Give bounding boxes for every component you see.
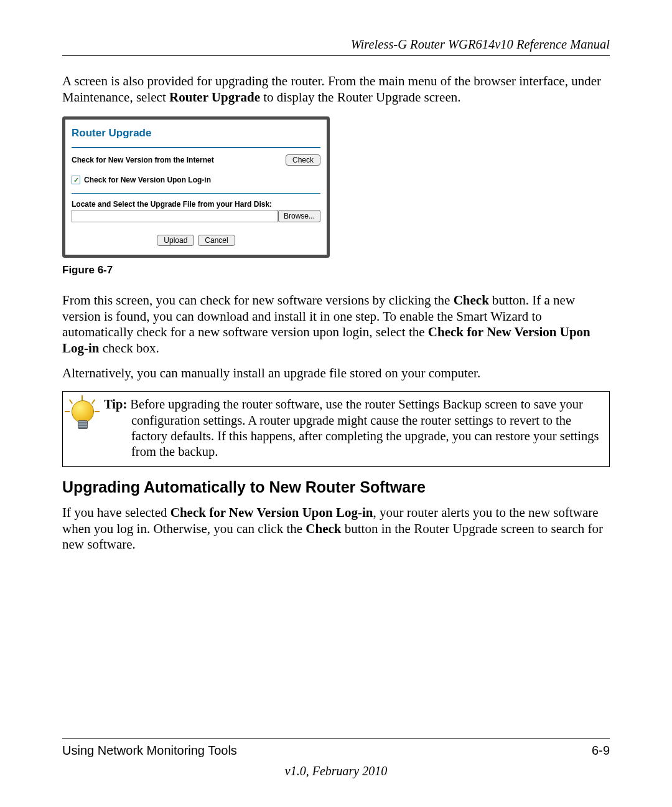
running-header: Wireless-G Router WGR614v10 Reference Ma… [62,37,610,56]
auto-check-label: Check for New Version Upon Log-in [84,176,211,184]
text: From this screen, you can check for new … [62,293,454,308]
body-paragraph: If you have selected Check for New Versi… [62,505,610,553]
router-upgrade-screenshot: Router Upgrade Check for New Version fro… [62,116,330,258]
cancel-button[interactable]: Cancel [198,235,235,246]
tip-callout: Tip: Before upgrading the router softwar… [62,391,610,467]
footer-left: Using Network Monitoring Tools [62,743,237,758]
section-heading: Upgrading Automatically to New Router So… [62,478,610,496]
text: to display the Router Upgrade screen. [260,90,461,105]
browse-button[interactable]: Browse... [278,210,320,222]
footer-version: v1.0, February 2010 [62,764,610,778]
locate-file-label: Locate and Select the Upgrade File from … [72,200,320,209]
bold-text: Check for New Version Upon Log-in [170,505,373,520]
tip-label: Tip: [104,397,127,411]
upload-button[interactable]: Upload [157,235,194,246]
tip-text: Tip: Before upgrading the router softwar… [101,392,609,466]
page-footer: Using Network Monitoring Tools 6-9 v1.0,… [62,738,610,778]
bold-text: Check [306,521,341,536]
tip-body: Before upgrading the router software, us… [127,397,599,458]
page-number: 6-9 [592,743,610,758]
bold-text: Router Upgrade [169,90,260,105]
text: If you have selected [62,505,170,520]
panel-title: Router Upgrade [72,125,320,143]
check-button[interactable]: Check [286,154,320,166]
auto-check-checkbox[interactable]: ✓ [72,176,80,184]
lightbulb-icon [68,398,96,433]
check-version-label: Check for New Version from the Internet [72,156,286,164]
divider [62,738,610,739]
divider [72,193,320,194]
file-path-input[interactable] [72,210,278,222]
body-paragraph: From this screen, you can check for new … [62,293,610,356]
body-paragraph: Alternatively, you can manually install … [62,366,610,382]
bold-text: Check [454,293,489,308]
text: check box. [100,341,159,356]
intro-paragraph: A screen is also provided for upgrading … [62,73,610,105]
tip-icon-cell [63,392,101,439]
divider [72,147,320,148]
figure-caption: Figure 6-7 [62,264,610,276]
